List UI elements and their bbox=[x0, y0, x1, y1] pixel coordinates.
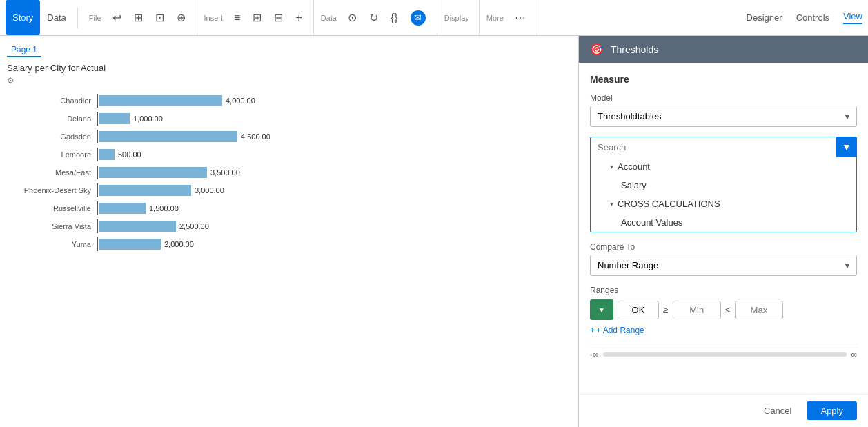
toolbar-btn-remove[interactable]: ⊟ bbox=[270, 8, 287, 27]
bar-value-label: 500.00 bbox=[118, 150, 141, 159]
bar-value-label: 4,500.00 bbox=[241, 132, 270, 141]
bar-axis-line bbox=[97, 183, 98, 197]
toolbar-btn-add[interactable]: ⊕ bbox=[172, 8, 190, 27]
nav-designer[interactable]: Designer bbox=[747, 12, 782, 23]
max-input[interactable] bbox=[735, 301, 783, 319]
color-btn-arrow-icon: ▼ bbox=[598, 306, 605, 314]
apply-button[interactable]: Apply bbox=[807, 401, 857, 420]
min-input[interactable] bbox=[673, 301, 721, 319]
bar-value-label: 1,500.00 bbox=[149, 204, 179, 212]
toolbar: Story Data File ↩ ⊞ ⊡ ⊕ Insert ≡ ⊞ ⊟ + D… bbox=[0, 0, 868, 36]
toolbar-group-file: File ↩ ⊞ ⊡ ⊕ bbox=[82, 0, 197, 35]
bar-label: Lemoore bbox=[14, 150, 97, 159]
divider bbox=[77, 8, 78, 28]
chevron-down-icon: ▼ bbox=[842, 141, 851, 152]
toolbar-btn-code[interactable]: {} bbox=[386, 9, 402, 27]
bar-label: Chandler bbox=[14, 97, 97, 105]
main-area: Page 1 Salary per City for Actual ⚙ Chan… bbox=[0, 36, 868, 427]
range-row: ▼ ≥ < bbox=[590, 299, 857, 320]
model-dropdown-wrap: Thresholdtables ▼ bbox=[590, 106, 857, 127]
list-item-label: Account bbox=[618, 161, 650, 172]
lt-symbol: < bbox=[725, 304, 731, 315]
bar-axis-line bbox=[97, 166, 98, 179]
cancel-button[interactable]: Cancel bbox=[756, 401, 800, 420]
top-right-nav: Designer Controls View bbox=[747, 11, 862, 24]
toolbar-btn-refresh[interactable]: ↻ bbox=[365, 8, 382, 27]
bar-value-label: 1,000.00 bbox=[133, 115, 163, 123]
toolbar-group-display: Display bbox=[437, 0, 480, 35]
bar-value-label: 4,000.00 bbox=[226, 97, 255, 105]
list-item[interactable]: Account Values bbox=[591, 213, 856, 232]
toolbar-btn-undo[interactable]: ↩ bbox=[108, 8, 126, 27]
list-item[interactable]: ▾CROSS CALCULATIONS bbox=[591, 195, 856, 213]
toolbar-group-data: Data ⊙ ↻ {} ✉ bbox=[314, 0, 437, 35]
bar-label: Yuma bbox=[14, 240, 97, 248]
color-picker-btn[interactable]: ▼ bbox=[590, 299, 613, 320]
table-row: Russellville1,500.00 bbox=[14, 201, 578, 215]
toolbar-btn-datasource[interactable]: ⊙ bbox=[344, 8, 361, 27]
table-row: Yuma2,000.00 bbox=[14, 237, 578, 251]
bar-fill bbox=[99, 149, 115, 160]
ok-label-input[interactable] bbox=[618, 301, 659, 319]
bar-axis-line bbox=[97, 237, 98, 251]
toolbar-btn-plus[interactable]: + bbox=[291, 9, 306, 27]
list-item-label: Salary bbox=[621, 180, 647, 190]
display-label: Display bbox=[444, 14, 469, 22]
page-tab[interactable]: Page 1 bbox=[7, 43, 41, 57]
settings-icon[interactable]: ⚙ bbox=[7, 76, 578, 86]
bar-fill bbox=[99, 167, 207, 178]
bar-fill bbox=[99, 95, 222, 106]
model-dropdown[interactable]: Thresholdtables bbox=[590, 106, 857, 127]
model-label: Model bbox=[590, 93, 857, 103]
table-row: Chandler4,000.00 bbox=[14, 94, 578, 108]
bar-axis-line bbox=[97, 112, 98, 126]
toolbar-btn-more[interactable]: ⋯ bbox=[511, 8, 530, 27]
toolbar-group-insert: Insert ≡ ⊞ ⊟ + bbox=[197, 0, 314, 35]
table-row: Delano1,000.00 bbox=[14, 112, 578, 126]
slider-track[interactable] bbox=[603, 352, 847, 357]
bar-axis-line bbox=[97, 201, 98, 215]
right-panel: 🎯 Thresholds Measure Model Thresholdtabl… bbox=[578, 36, 868, 427]
table-row: Gadsden4,500.00 bbox=[14, 130, 578, 143]
bar-label: Russellville bbox=[14, 204, 97, 212]
slider-row: -∞ ∞ bbox=[590, 344, 857, 365]
toolbar-btn-list[interactable]: ≡ bbox=[230, 9, 244, 27]
table-row: Lemoore500.00 bbox=[14, 148, 578, 161]
toolbar-btn-layout[interactable]: ⊞ bbox=[130, 8, 147, 27]
bar-value-label: 2,000.00 bbox=[164, 240, 194, 248]
list-item[interactable]: ▾Account bbox=[591, 157, 856, 176]
plus-icon: + bbox=[590, 326, 595, 335]
chart-title: Salary per City for Actual bbox=[7, 63, 578, 73]
measure-title: Measure bbox=[590, 74, 857, 85]
bar-axis-line bbox=[97, 148, 98, 161]
insert-label: Insert bbox=[204, 14, 224, 22]
table-row: Mesa/East3,500.00 bbox=[14, 166, 578, 179]
slider-min-label: -∞ bbox=[590, 350, 599, 359]
slider-max-label: ∞ bbox=[851, 350, 857, 359]
compare-to-dropdown[interactable]: Number Range bbox=[590, 255, 857, 276]
panel-header: 🎯 Thresholds bbox=[579, 36, 868, 63]
bar-label: Delano bbox=[14, 115, 97, 123]
bar-fill bbox=[99, 239, 161, 250]
bar-axis-line bbox=[97, 219, 98, 233]
toolbar-btn-copy[interactable]: ⊡ bbox=[151, 8, 168, 27]
table-row: Sierra Vista2,500.00 bbox=[14, 219, 578, 233]
bar-axis-line bbox=[97, 94, 98, 108]
more-label: More bbox=[486, 14, 504, 22]
search-input[interactable] bbox=[590, 137, 857, 157]
add-range-btn[interactable]: + + Add Range bbox=[590, 326, 857, 335]
search-dropdown-btn[interactable]: ▼ bbox=[836, 137, 857, 157]
list-item[interactable]: Salary bbox=[591, 176, 856, 195]
bar-axis-line bbox=[97, 130, 98, 143]
toolbar-btn-table[interactable]: ⊞ bbox=[248, 8, 266, 27]
bar-value-label: 3,000.00 bbox=[195, 186, 224, 195]
nav-view[interactable]: View bbox=[843, 11, 862, 24]
chevron-down-icon: ▾ bbox=[610, 163, 613, 170]
chart-area: Page 1 Salary per City for Actual ⚙ Chan… bbox=[0, 36, 578, 427]
tab-data[interactable]: Data bbox=[40, 0, 72, 35]
toolbar-btn-chat[interactable]: ✉ bbox=[406, 8, 430, 28]
tab-story[interactable]: Story bbox=[6, 0, 40, 35]
bar-fill bbox=[99, 113, 130, 124]
nav-controls[interactable]: Controls bbox=[796, 12, 829, 23]
bar-label: Mesa/East bbox=[14, 168, 97, 177]
